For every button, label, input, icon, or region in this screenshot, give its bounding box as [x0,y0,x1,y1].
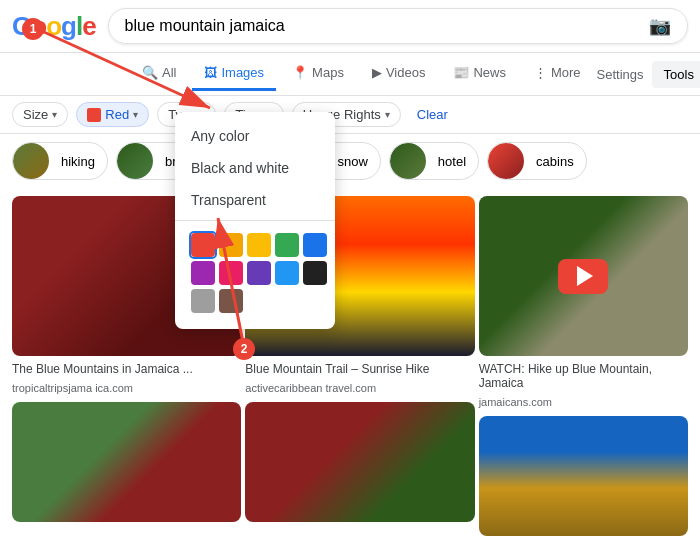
play-triangle [577,266,593,286]
image-berries-title: The Blue Mountains in Jamaica ... [12,360,241,378]
filter-bar: Size ▾ Red ▾ Type ▾ Time ▾ Usage Rights … [0,96,700,134]
settings-link[interactable]: Settings [597,67,644,82]
tab-maps[interactable]: 📍 Maps [280,57,356,91]
nav-tabs: 🔍 All 🖼 Images 📍 Maps ▶ Videos 📰 News ⋮ … [0,53,700,96]
image-grid: The Blue Mountains in Jamaica ... tropic… [0,188,700,544]
search-bar[interactable]: 📷 [108,8,688,44]
chip-hotel[interactable]: hotel [389,142,479,180]
color-any[interactable]: Any color [175,120,335,152]
color-dropdown: Any color Black and white Transparent [175,112,335,329]
color-chevron: ▾ [133,109,138,120]
image-coffee[interactable] [245,402,474,522]
image-aerial-title: WATCH: Hike up Blue Mountain, Jamaica [479,360,688,392]
red-swatch [87,108,101,122]
clear-button[interactable]: Clear [409,103,456,126]
usage-chevron: ▾ [385,109,390,120]
annotation-2: 2 [233,338,255,360]
swatch-green[interactable] [275,233,299,257]
image-bags[interactable] [479,416,688,536]
tools-button[interactable]: Tools [652,61,700,88]
image-aerial[interactable] [479,196,688,356]
color-swatches [175,225,335,321]
chip-cabins[interactable]: cabins [487,142,587,180]
color-transparent[interactable]: Transparent [175,184,335,216]
nav-right: Settings Tools [597,61,700,88]
camera-icon[interactable]: 📷 [649,15,671,37]
swatch-brown[interactable] [219,289,243,313]
swatch-teal[interactable] [303,233,327,257]
swatch-pink[interactable] [219,261,243,285]
tab-news[interactable]: 📰 News [441,57,518,91]
image-sunset-title: Blue Mountain Trail – Sunrise Hike [245,360,474,378]
annotation-1: 1 [22,18,44,40]
youtube-play-button[interactable] [558,259,608,294]
color-bw[interactable]: Black and white [175,152,335,184]
color-filter[interactable]: Red ▾ [76,102,149,127]
search-input[interactable] [125,17,641,35]
tab-more[interactable]: ⋮ More [522,57,593,91]
swatch-yellow[interactable] [247,233,271,257]
swatch-purple[interactable] [191,261,215,285]
image-berries-source: tropicaltripsjama ica.com [12,382,241,394]
image-sunset-source: activecaribbean travel.com [245,382,474,394]
grid-col-3: WATCH: Hike up Blue Mountain, Jamaica ja… [479,196,688,536]
size-chevron: ▾ [52,109,57,120]
dropdown-divider [175,220,335,221]
tab-images[interactable]: 🖼 Images [192,57,276,91]
swatch-gray[interactable] [191,289,215,313]
image-tent[interactable] [12,402,241,522]
image-aerial-source: jamaicans.com [479,396,688,408]
chips-row: hiking break NOW IN THE MOUNTAINS snow h… [0,134,700,188]
tab-videos[interactable]: ▶ Videos [360,57,438,91]
swatch-dark-purple[interactable] [247,261,271,285]
size-filter[interactable]: Size ▾ [12,102,68,127]
swatch-blue[interactable] [275,261,299,285]
header: Google 📷 [0,0,700,53]
chip-hiking[interactable]: hiking [12,142,108,180]
swatch-red[interactable] [191,233,215,257]
tab-all[interactable]: 🔍 All [130,57,188,91]
swatch-black[interactable] [303,261,327,285]
swatch-orange[interactable] [219,233,243,257]
